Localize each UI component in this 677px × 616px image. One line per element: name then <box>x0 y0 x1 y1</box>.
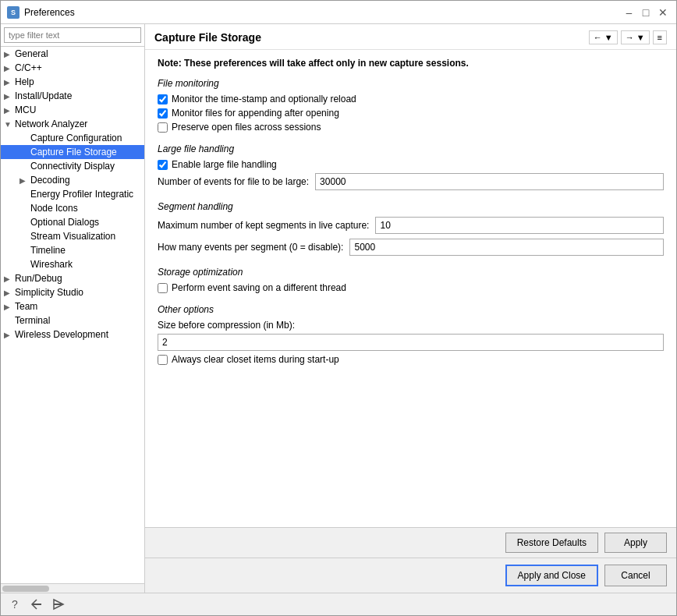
nav-menu-button[interactable]: ≡ <box>653 30 667 44</box>
tree-container: ▶ General ▶ C/C++ ▶ Help ▶ Install/Updat… <box>1 47 144 583</box>
arrow-node-icons <box>19 204 30 213</box>
app-icon: S <box>7 6 19 19</box>
field-row-max-segments: Maximum number of kept segments in live … <box>158 217 664 234</box>
label-preserve-open: Preserve open files across sessions <box>172 122 321 133</box>
panel-title: Capture File Storage <box>154 31 261 44</box>
right-panel: Capture File Storage ← ▼ → ▼ ≡ Note: The… <box>145 24 676 593</box>
arrow-network: ▼ <box>4 120 15 129</box>
sidebar-item-node-icons[interactable]: Node Icons <box>1 201 144 215</box>
window-title: Preferences <box>24 7 75 18</box>
sidebar-item-decoding[interactable]: ▶ Decoding <box>1 173 144 187</box>
title-bar: S Preferences ‒ □ ✕ <box>1 1 676 24</box>
scroll-thumb <box>2 586 49 592</box>
label-cpp: C/C++ <box>15 62 42 73</box>
sidebar-scrollbar[interactable] <box>1 583 144 593</box>
sidebar-item-cpp[interactable]: ▶ C/C++ <box>1 61 144 75</box>
checkbox-enable-large[interactable] <box>158 160 168 170</box>
close-button[interactable]: ✕ <box>656 5 670 19</box>
checkbox-preserve-open[interactable] <box>158 122 168 133</box>
checkbox-monitor-files[interactable] <box>158 108 168 119</box>
input-events-per-segment[interactable] <box>349 239 664 256</box>
maximize-button[interactable]: □ <box>639 5 653 19</box>
arrow-install: ▶ <box>4 92 15 101</box>
forward-icon[interactable] <box>51 597 66 612</box>
sidebar-item-terminal[interactable]: Terminal <box>1 313 144 327</box>
label-simplicity-studio: Simplicity Studio <box>15 287 83 298</box>
checkbox-monitor-timestamp[interactable] <box>158 94 168 104</box>
checkbox-row-monitor-timestamp: Monitor the time-stamp and optionally re… <box>158 94 664 104</box>
window-controls: ‒ □ ✕ <box>622 5 670 19</box>
arrow-wireshark <box>19 260 30 269</box>
main-content: ▶ General ▶ C/C++ ▶ Help ▶ Install/Updat… <box>1 24 676 593</box>
label-capture-file-storage: Capture File Storage <box>30 147 117 158</box>
sidebar-item-optional-dialogs[interactable]: Optional Dialogs <box>1 215 144 229</box>
sidebar-item-team[interactable]: ▶ Team <box>1 299 144 313</box>
arrow-wireless: ▶ <box>4 331 15 339</box>
label-decoding: Decoding <box>30 175 70 186</box>
checkbox-row-always-clear: Always clear closet items during start-u… <box>158 354 664 365</box>
arrow-timeline <box>19 246 30 255</box>
label-connectivity-display: Connectivity Display <box>30 161 115 172</box>
arrow-team: ▶ <box>4 303 15 311</box>
sidebar-item-simplicity-studio[interactable]: ▶ Simplicity Studio <box>1 285 144 299</box>
arrow-help: ▶ <box>4 78 15 87</box>
restore-defaults-button[interactable]: Restore Defaults <box>505 533 598 553</box>
label-events-per-segment: How many events per segment (0 = disable… <box>158 242 343 253</box>
file-monitoring-title: File monitoring <box>158 78 664 89</box>
arrow-run-debug: ▶ <box>4 274 15 283</box>
help-icon[interactable]: ? <box>7 597 23 612</box>
storage-optimization-title: Storage optimization <box>158 267 664 278</box>
label-wireless-development: Wireless Development <box>15 329 108 340</box>
cancel-button[interactable]: Cancel <box>604 565 667 586</box>
large-file-section: Large file handling Enable large file ha… <box>158 143 664 190</box>
svg-rect-1 <box>54 604 62 605</box>
sidebar-item-mcu[interactable]: ▶ MCU <box>1 103 144 117</box>
label-energy-profiler: Energy Profiler Integratic <box>30 189 133 200</box>
back-icon[interactable] <box>29 597 44 612</box>
bottom-toolbar: ? <box>1 593 676 615</box>
checkbox-always-clear[interactable] <box>158 355 168 365</box>
label-num-events: Number of events for file to be large: <box>158 176 309 187</box>
apply-button[interactable]: Apply <box>604 533 667 553</box>
sidebar-item-general[interactable]: ▶ General <box>1 47 144 61</box>
checkbox-event-saving[interactable] <box>158 283 168 293</box>
nav-back-button[interactable]: ← ▼ <box>589 30 618 44</box>
nav-forward-button[interactable]: → ▼ <box>621 30 650 44</box>
sidebar-item-help[interactable]: ▶ Help <box>1 75 144 89</box>
sidebar-item-capture-configuration[interactable]: Capture Configuration <box>1 131 144 145</box>
input-size-compression[interactable] <box>158 334 664 351</box>
filter-input[interactable] <box>4 27 141 43</box>
sidebar-item-install-update[interactable]: ▶ Install/Update <box>1 89 144 103</box>
label-general: General <box>15 48 48 59</box>
label-team: Team <box>15 301 37 312</box>
sidebar-item-timeline[interactable]: Timeline <box>1 243 144 257</box>
sidebar-item-network-analyzer[interactable]: ▼ Network Analyzer <box>1 117 144 131</box>
sidebar-item-connectivity-display[interactable]: Connectivity Display <box>1 159 144 173</box>
label-monitor-timestamp: Monitor the time-stamp and optionally re… <box>172 94 356 104</box>
arrow-connectivity <box>19 162 30 171</box>
sidebar-item-run-debug[interactable]: ▶ Run/Debug <box>1 271 144 285</box>
arrow-optional <box>19 218 30 227</box>
bottom-bar-secondary: Apply and Close Cancel <box>145 558 676 593</box>
other-options-title: Other options <box>158 304 664 315</box>
sidebar-item-capture-file-storage[interactable]: Capture File Storage <box>1 145 144 159</box>
apply-and-close-button[interactable]: Apply and Close <box>505 565 598 586</box>
arrow-mcu: ▶ <box>4 106 15 115</box>
sidebar-item-wireshark[interactable]: Wireshark <box>1 257 144 271</box>
note-text: Note: These preferences will take affect… <box>158 58 664 69</box>
label-network-analyzer: Network Analyzer <box>15 119 87 129</box>
sidebar-item-wireless[interactable]: ▶ Wireless Development <box>1 327 144 342</box>
field-row-num-events: Number of events for file to be large: <box>158 173 664 190</box>
label-optional-dialogs: Optional Dialogs <box>30 217 99 228</box>
label-monitor-files: Monitor files for appending after openin… <box>172 108 339 119</box>
field-row-events-per-segment: How many events per segment (0 = disable… <box>158 239 664 256</box>
sidebar-item-energy-profiler[interactable]: Energy Profiler Integratic <box>1 187 144 201</box>
minimize-button[interactable]: ‒ <box>622 5 636 19</box>
label-help: Help <box>15 76 34 87</box>
size-label: Size before compression (in Mb): <box>158 320 664 331</box>
checkbox-row-event-saving: Perform event saving on a different thre… <box>158 282 664 293</box>
label-install-update: Install/Update <box>15 90 72 101</box>
input-max-segments[interactable] <box>375 217 664 234</box>
sidebar-item-stream-viz[interactable]: Stream Visualization <box>1 229 144 243</box>
input-num-events[interactable] <box>315 173 664 190</box>
